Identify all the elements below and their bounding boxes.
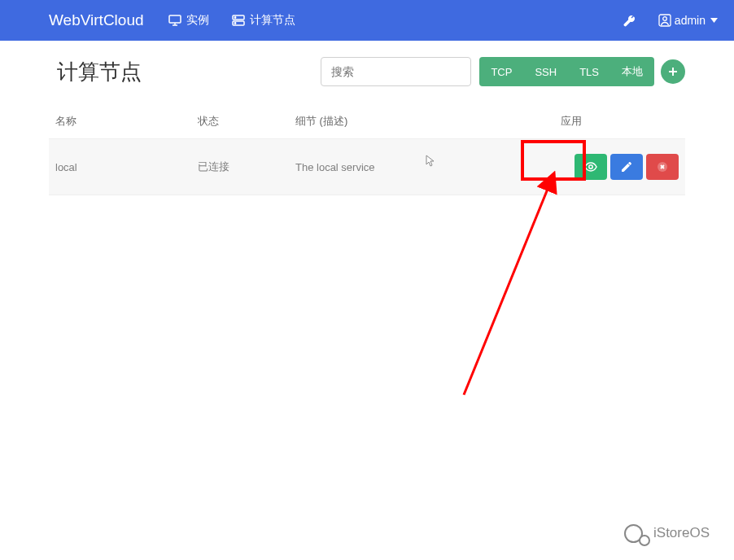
watermark: iStoreOS xyxy=(624,523,710,544)
th-status: 状态 xyxy=(198,114,295,129)
cell-name: local xyxy=(55,161,198,173)
nodes-table: 名称 状态 细节 (描述) 应用 local 已连接 The local ser… xyxy=(49,104,685,195)
plus-icon xyxy=(668,67,678,77)
th-action: 应用 xyxy=(561,114,679,129)
page-title: 计算节点 xyxy=(49,58,142,86)
cell-status: 已连接 xyxy=(198,160,295,174)
user-name-label: admin xyxy=(675,14,706,27)
nav-nodes-label: 计算节点 xyxy=(250,13,295,28)
pencil-icon xyxy=(621,161,632,173)
user-icon xyxy=(658,14,671,27)
brand-logo[interactable]: WebVirtCloud xyxy=(49,11,144,29)
add-node-button[interactable] xyxy=(661,59,685,84)
content-area: 计算节点 TCP SSH TLS 本地 名称 状态 细节 (描述) 应用 xyxy=(0,41,734,212)
tab-tls[interactable]: TLS xyxy=(568,57,610,86)
cell-detail: The local service xyxy=(295,161,561,173)
watermark-text: iStoreOS xyxy=(653,525,710,541)
table-header-row: 名称 状态 细节 (描述) 应用 xyxy=(49,104,685,139)
wrench-icon xyxy=(623,14,636,27)
connection-tabs: TCP SSH TLS 本地 xyxy=(479,57,685,86)
svg-rect-0 xyxy=(169,15,181,23)
svg-point-8 xyxy=(663,17,667,21)
navbar: WebVirtCloud 实例 计算节点 xyxy=(0,0,734,41)
nav-nodes[interactable]: 计算节点 xyxy=(232,13,295,28)
page-header-row: 计算节点 TCP SSH TLS 本地 xyxy=(49,57,685,86)
wechat-icon xyxy=(624,523,645,544)
user-menu-button[interactable]: admin xyxy=(658,14,718,27)
search-input[interactable] xyxy=(321,57,471,86)
tab-ssh[interactable]: SSH xyxy=(523,57,568,86)
close-icon xyxy=(658,162,667,172)
svg-point-5 xyxy=(234,17,235,18)
nav-instances[interactable]: 实例 xyxy=(168,13,209,28)
svg-point-6 xyxy=(234,23,235,24)
tab-local[interactable]: 本地 xyxy=(610,57,654,86)
server-icon xyxy=(232,15,245,26)
monitor-icon xyxy=(168,15,181,26)
tab-tcp[interactable]: TCP xyxy=(479,57,523,86)
nav-instances-label: 实例 xyxy=(186,13,209,28)
th-detail: 细节 (描述) xyxy=(295,114,561,129)
svg-point-11 xyxy=(589,165,592,168)
edit-button[interactable] xyxy=(610,154,643,180)
th-name: 名称 xyxy=(55,114,198,129)
tools-button[interactable] xyxy=(623,14,636,27)
delete-button[interactable] xyxy=(646,154,679,180)
eye-icon xyxy=(584,162,597,172)
cell-actions xyxy=(561,154,679,180)
table-row: local 已连接 The local service xyxy=(49,139,685,195)
view-button[interactable] xyxy=(575,154,607,180)
caret-down-icon xyxy=(710,18,718,23)
